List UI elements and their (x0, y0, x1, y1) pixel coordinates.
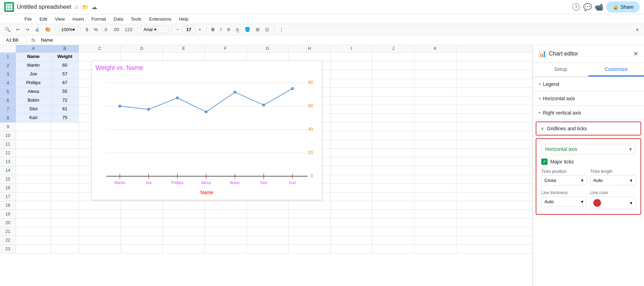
cell-i1[interactable] (331, 53, 372, 61)
cell-a5[interactable]: Alexa (16, 88, 51, 96)
zoom-control[interactable]: 100% ▾ (59, 26, 78, 33)
legend-section-header[interactable]: › Legend (533, 77, 644, 91)
cell-b8[interactable]: 75 (51, 114, 79, 122)
search-button[interactable]: 🔍 (3, 25, 13, 34)
tab-customize[interactable]: Customize (588, 63, 644, 76)
menu-format[interactable]: Format (88, 15, 109, 23)
camera-icon[interactable]: 📹 (595, 3, 603, 11)
cell-b3[interactable]: 57 (51, 70, 79, 79)
borders-button[interactable]: ⊞ (254, 25, 262, 34)
line-thickness-select[interactable]: Auto ▾ (541, 197, 587, 207)
cell-f1[interactable] (205, 53, 247, 61)
menu-tools[interactable]: Tools (127, 15, 145, 23)
menu-extensions[interactable]: Extensions (146, 15, 175, 23)
cell-h1[interactable] (289, 53, 331, 61)
merge-button[interactable]: ⊡ (263, 25, 271, 34)
col-header-f[interactable]: F (205, 45, 247, 52)
cell-a6[interactable]: Bobin (16, 96, 51, 105)
font-selector[interactable]: Arial▾ (140, 26, 168, 33)
fill-color-button[interactable]: 🪣 (243, 25, 252, 34)
collapse-toolbar[interactable]: ∧ (634, 25, 641, 34)
right-vertical-axis-section-header[interactable]: › Right vertical axis (533, 106, 644, 120)
formula-input[interactable] (39, 37, 641, 43)
cloud-icon[interactable]: ☁ (92, 4, 97, 10)
major-ticks-label: Major ticks (550, 159, 574, 164)
cell-b7[interactable]: 61 (51, 105, 79, 113)
ticks-length-select[interactable]: Auto ▾ (590, 175, 636, 185)
print-button[interactable]: 🖨 (33, 25, 42, 34)
cell-b4[interactable]: 67 (51, 79, 79, 87)
col-header-i[interactable]: I (331, 45, 372, 52)
percent-button[interactable]: % (92, 25, 100, 34)
cell-b5[interactable]: 55 (51, 88, 79, 96)
history-icon[interactable]: 🕐 (572, 3, 580, 11)
major-ticks-row: Major ticks (541, 159, 636, 165)
horizontal-axis-section-header[interactable]: › Horizontal axis (533, 91, 644, 105)
col-header-e[interactable]: E (163, 45, 205, 52)
font-size-inc[interactable]: + (196, 25, 203, 34)
bold-button[interactable]: B (209, 25, 217, 34)
star-icon[interactable]: ☆ (74, 4, 79, 10)
ticks-position-select[interactable]: Cross ▾ (541, 175, 587, 185)
paint-format-button[interactable]: 🎨 (43, 25, 53, 34)
font-size-box[interactable]: 17 (182, 26, 195, 33)
col-header-h[interactable]: H (289, 45, 331, 52)
cell-a4[interactable]: Phillips (16, 79, 51, 87)
cell-k1[interactable] (414, 53, 456, 61)
format-123-button[interactable]: 123 (123, 25, 135, 34)
cell-b6[interactable]: 72 (51, 96, 79, 105)
menu-file[interactable]: File (21, 15, 35, 23)
decimal-dec-button[interactable]: .0 (101, 25, 109, 34)
italic-button[interactable]: I (218, 25, 224, 34)
undo-button[interactable]: ↩ (14, 25, 22, 34)
major-ticks-checkbox[interactable] (541, 159, 548, 165)
cell-d1[interactable] (121, 53, 163, 61)
col-header-j[interactable]: J (372, 45, 414, 52)
chat-icon[interactable]: 💬 (583, 3, 592, 11)
cell-a8[interactable]: Karl (16, 114, 51, 122)
currency-button[interactable]: $ (84, 25, 90, 34)
cell-e1[interactable] (163, 53, 205, 61)
col-header-k[interactable]: K (414, 45, 456, 52)
main-area: A B C D E F G H I J K 1 Name Weight (0, 45, 644, 286)
cell-c1[interactable] (79, 53, 121, 61)
ticks-position-label: Ticks position (541, 169, 587, 174)
menu-edit[interactable]: Edit (36, 15, 51, 23)
svg-text:Joe: Joe (145, 181, 152, 185)
chart-line (120, 89, 292, 112)
cell-reference[interactable]: A1:B8 (3, 36, 27, 44)
cell-j1[interactable] (372, 53, 414, 61)
cell-a1[interactable]: Name (16, 53, 51, 61)
decimal-inc-button[interactable]: .00 (111, 25, 121, 34)
chart-container[interactable]: Weight vs. Name 80 60 40 20 0 (92, 60, 322, 200)
cell-b2[interactable]: 60 (51, 61, 79, 70)
col-header-d[interactable]: D (121, 45, 163, 52)
share-button[interactable]: 🔒 Share (606, 1, 640, 13)
cell-g1[interactable] (247, 53, 289, 61)
table-row: 19 (0, 210, 532, 219)
cell-b1[interactable]: Weight (51, 53, 79, 61)
more-options[interactable]: ⋮ (277, 25, 286, 34)
folder-icon[interactable]: 📁 (82, 4, 89, 10)
cell-a2[interactable]: Martin (16, 61, 51, 70)
menu-insert[interactable]: Insert (69, 15, 87, 23)
strikethrough-button[interactable]: S (225, 25, 232, 34)
col-header-c[interactable]: C (79, 45, 121, 52)
menu-help[interactable]: Help (175, 15, 192, 23)
axis-dropdown[interactable]: Horizontal axis ▾ (541, 144, 636, 154)
tab-setup[interactable]: Setup (533, 63, 588, 76)
cell-a3[interactable]: Joe (16, 70, 51, 79)
gridlines-section-wrapper: ∨ Gridlines and ticks (536, 122, 641, 135)
panel-close-button[interactable]: ✕ (633, 50, 638, 58)
line-color-select[interactable]: ▾ (590, 197, 636, 209)
font-size-dec[interactable]: − (174, 25, 181, 34)
menu-data[interactable]: Data (110, 15, 126, 23)
redo-button[interactable]: ↪ (23, 25, 31, 34)
cell-a7[interactable]: Silvi (16, 105, 51, 113)
col-header-g[interactable]: G (247, 45, 289, 52)
menu-view[interactable]: View (51, 15, 68, 23)
col-header-b[interactable]: B (51, 45, 79, 52)
text-color-button[interactable]: A̲ (234, 25, 241, 34)
gridlines-section-header[interactable]: ∨ Gridlines and ticks (536, 122, 641, 135)
col-header-a[interactable]: A (16, 45, 51, 52)
